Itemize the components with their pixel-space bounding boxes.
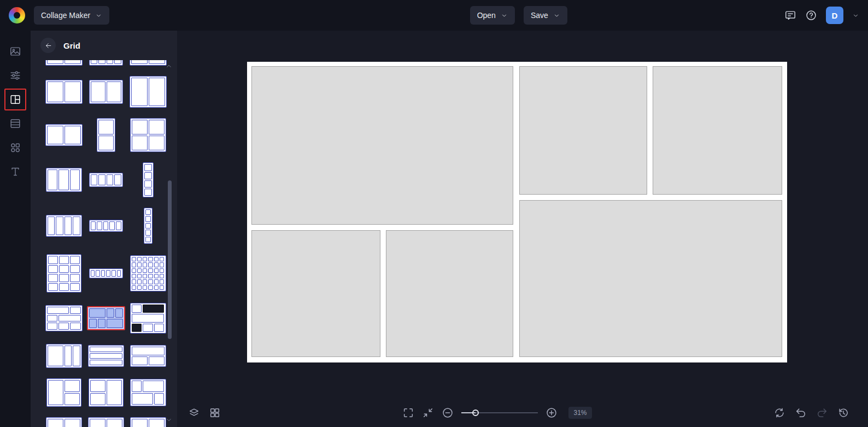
sync-icon: [773, 407, 785, 419]
befunky-logo[interactable]: [9, 7, 25, 24]
grid-thumbnails: [43, 60, 177, 427]
layers-button[interactable]: [188, 407, 200, 419]
zoom-slider[interactable]: [461, 409, 538, 417]
app-window: Collage Maker Open Save D: [0, 0, 868, 427]
back-button[interactable]: [40, 38, 56, 53]
save-label: Save: [531, 11, 548, 20]
canvas-area: 31%: [177, 31, 868, 427]
sidebar-item-adjust[interactable]: [4, 65, 26, 86]
topbar-right: D: [784, 7, 859, 24]
grid-layout-thumbnail[interactable]: [89, 220, 123, 232]
user-avatar[interactable]: D: [826, 7, 843, 24]
grid-layout-thumbnail[interactable]: [46, 378, 81, 407]
grid-layout-thumbnail[interactable]: [45, 80, 83, 104]
zoom-slider-knob[interactable]: [472, 410, 479, 416]
zoom-in-icon: [546, 407, 558, 419]
grid-layout-thumbnail[interactable]: [88, 417, 124, 427]
grid-layout-thumbnail[interactable]: [130, 417, 166, 427]
history-button[interactable]: [837, 407, 849, 419]
grid-layout-thumbnail[interactable]: [97, 118, 115, 152]
zoom-out-button[interactable]: [442, 407, 454, 419]
feedback-button[interactable]: [784, 9, 796, 21]
scroll-down-icon[interactable]: [165, 416, 173, 424]
history-icon: [837, 407, 849, 419]
grid-layout-thumbnail[interactable]: [45, 60, 83, 66]
grid-thumbnail-list: [31, 60, 177, 427]
collage-cell[interactable]: [386, 230, 513, 357]
collage-cell[interactable]: [251, 66, 513, 225]
grid-layout-thumbnail[interactable]: [130, 76, 167, 108]
app-menu-label: Collage Maker: [41, 11, 90, 20]
tool-rail: [0, 31, 31, 427]
grid-layout-thumbnail[interactable]: [46, 215, 82, 237]
apps-icon: [209, 407, 221, 419]
grid-layout-thumbnail[interactable]: [143, 162, 154, 197]
grid-layout-thumbnail[interactable]: [89, 173, 123, 187]
feedback-icon: [784, 9, 796, 21]
fit-screen-icon: [422, 407, 434, 419]
save-button[interactable]: Save: [524, 6, 567, 25]
redo-icon: [816, 407, 828, 419]
toolbar-center: 31%: [402, 407, 591, 419]
grid-layout-thumbnail[interactable]: [87, 306, 125, 330]
redo-button[interactable]: [816, 407, 828, 419]
chevron-down-icon: [95, 12, 102, 19]
file-actions: Open Save: [470, 6, 567, 25]
fullscreen-button[interactable]: [402, 407, 414, 419]
fit-screen-button[interactable]: [422, 407, 434, 419]
grid-layout-thumbnail[interactable]: [46, 168, 82, 192]
grid-layout-thumbnail[interactable]: [130, 379, 166, 406]
grid-layout-thumbnail[interactable]: [144, 208, 153, 244]
panel-header: Grid: [31, 31, 177, 60]
grid-layout-thumbnail[interactable]: [130, 255, 166, 291]
grid-manager-button[interactable]: [209, 407, 221, 419]
grid-layout-thumbnail[interactable]: [130, 60, 167, 66]
toolbar-left: [188, 407, 221, 419]
sidebar-item-photos[interactable]: [4, 40, 26, 62]
panel-scrollbar[interactable]: [168, 180, 172, 339]
grid-layout-thumbnail[interactable]: [130, 345, 166, 367]
app-body: Grid: [0, 31, 868, 427]
zoom-in-button[interactable]: [546, 407, 558, 419]
collage-cell[interactable]: [251, 230, 380, 357]
collage-cell[interactable]: [519, 200, 782, 357]
app-menu-button[interactable]: Collage Maker: [34, 6, 109, 25]
grid-layout-thumbnail[interactable]: [89, 378, 124, 407]
grid-layout-thumbnail[interactable]: [130, 303, 166, 334]
open-button[interactable]: Open: [470, 6, 515, 25]
grid-layout-thumbnail[interactable]: [45, 305, 83, 331]
toolbar-right: [773, 407, 849, 419]
grid-layout-thumbnail[interactable]: [89, 268, 123, 278]
collage-cell[interactable]: [519, 66, 647, 195]
chevron-down-icon: [501, 12, 508, 19]
sidebar-item-graphics[interactable]: [4, 137, 26, 159]
shapes-icon: [9, 142, 21, 154]
collage-canvas[interactable]: [247, 62, 787, 362]
grid-layout-thumbnail[interactable]: [130, 118, 166, 152]
sliders-icon: [9, 69, 21, 81]
help-button[interactable]: [805, 9, 817, 21]
sync-button[interactable]: [773, 407, 785, 419]
sidebar-item-templates[interactable]: [4, 113, 26, 134]
grid-panel: Grid: [31, 31, 177, 427]
grid-layout-thumbnail[interactable]: [45, 124, 83, 146]
image-icon: [9, 45, 21, 57]
scroll-up-icon[interactable]: [165, 62, 173, 70]
grid-layout-thumbnail[interactable]: [88, 345, 124, 367]
grid-layout-thumbnail[interactable]: [89, 80, 123, 104]
zoom-value: 31%: [568, 407, 591, 419]
grid-layout-thumbnail[interactable]: [46, 254, 81, 293]
open-label: Open: [477, 11, 496, 20]
rows-icon: [9, 118, 21, 130]
sidebar-item-text[interactable]: [4, 161, 26, 183]
grid-layout-thumbnail[interactable]: [89, 60, 123, 66]
grid-layout-thumbnail[interactable]: [46, 417, 82, 427]
collage-cell[interactable]: [653, 66, 782, 195]
sidebar-item-grid[interactable]: [4, 89, 26, 110]
account-menu-button[interactable]: [852, 12, 859, 19]
grid-layout-thumbnail[interactable]: [46, 344, 82, 368]
layers-icon: [188, 407, 200, 419]
fullscreen-icon: [402, 407, 414, 419]
undo-button[interactable]: [795, 407, 807, 419]
zoom-out-icon: [442, 407, 454, 419]
